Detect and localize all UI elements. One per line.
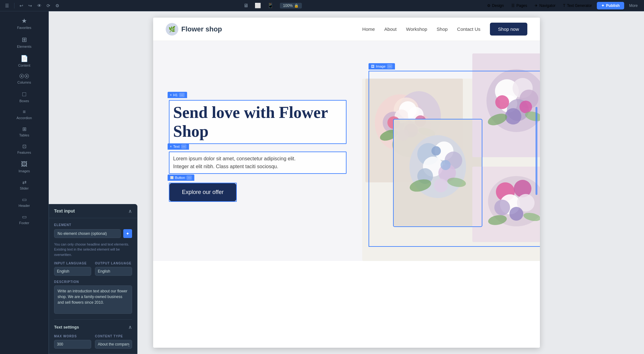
sidebar-item-columns[interactable]: ⦿⦿ Columns — [3, 71, 46, 87]
output-language-select[interactable]: English — [95, 267, 132, 276]
pages-button[interactable]: ☰ Pages — [509, 3, 530, 9]
sidebar-item-slider[interactable]: ⇄ Slider — [3, 177, 46, 193]
description-textarea[interactable]: Write an introduction text about our flo… — [54, 285, 132, 314]
element-section-label: ELEMENT — [54, 223, 132, 227]
sidebar-item-boxes[interactable]: □ Boxes — [3, 88, 46, 105]
more-button[interactable]: More — [627, 3, 640, 9]
h1-tag-icon: ≡ — [170, 93, 172, 97]
h1-selection-box[interactable]: Send love with Flower Shop — [169, 100, 347, 144]
elements-label: Elements — [17, 45, 31, 48]
tables-label: Tables — [19, 133, 29, 137]
accordion-label: Accordion — [17, 116, 32, 120]
text-selection-tag: ≡ Text ··· — [168, 143, 189, 150]
max-words-col: MAX WORDS — [54, 335, 91, 349]
sidebar-item-content[interactable]: 📄 Content — [3, 52, 46, 70]
settings-icon[interactable]: ⚙ — [54, 2, 61, 9]
features-icon: ⊡ — [22, 143, 26, 149]
element-description: You can only choose headline and text el… — [54, 242, 132, 257]
nav-shop[interactable]: Shop — [437, 26, 448, 32]
sidebar-item-footer[interactable]: ▭ Footer — [3, 211, 46, 227]
hamburger-icon[interactable]: ☰ — [4, 2, 10, 9]
toolbar-center: 🖥 ⬜ 📱 100% 🔒 — [63, 3, 482, 8]
eye-icon[interactable]: 👁 — [36, 2, 43, 9]
site-nav: 🌿 Flower shop Home About Workshop Shop C… — [153, 18, 540, 41]
boxes-icon: □ — [22, 91, 26, 98]
sidebar-item-favorites[interactable]: ★ Favorites — [3, 14, 46, 32]
output-lang-label: OUTPUT LANGUAGE — [95, 262, 132, 265]
publish-icon: ✦ — [601, 3, 604, 8]
site-nav-links: Home About Workshop Shop Contact Us — [362, 26, 480, 32]
hero-cta-button[interactable]: Explore our offer — [169, 183, 236, 201]
site-cta-button[interactable]: Shop now — [490, 23, 527, 36]
max-words-label: MAX WORDS — [54, 335, 91, 338]
button-tag-more-icon[interactable]: ··· — [186, 175, 192, 180]
text-wrapper: ≡ Text ··· Lorem ipsum dolor sit amet, c… — [169, 152, 347, 174]
text-tag-icon: ≡ — [170, 145, 172, 148]
text-tag-label: Text — [173, 145, 180, 148]
zoom-lock-icon: 🔒 — [294, 3, 299, 8]
logo-icon: 🌿 — [166, 23, 178, 36]
tables-icon: ⊞ — [22, 126, 26, 132]
input-language-col: INPUT LANGUAGE English — [54, 262, 91, 276]
publish-button[interactable]: ✦ Publish — [597, 2, 624, 9]
nav-about[interactable]: About — [384, 26, 397, 32]
undo-icon[interactable]: ↩ — [18, 2, 25, 9]
zoom-control[interactable]: 100% 🔒 — [280, 3, 302, 8]
settings-collapse-icon[interactable]: ∧ — [128, 324, 132, 330]
svg-point-26 — [434, 179, 448, 192]
redo-icon[interactable]: ↪ — [27, 2, 33, 9]
nav-home[interactable]: Home — [362, 26, 375, 32]
input-language-select[interactable]: English — [54, 267, 91, 276]
svg-point-40 — [505, 108, 521, 124]
text-settings-section: Text settings ∧ MAX WORDS CONTENT TYPE A… — [54, 319, 132, 349]
panel-title: Text input — [54, 208, 75, 213]
desktop-icon[interactable]: 🖥 — [243, 3, 248, 8]
text-tag-more-icon[interactable]: ··· — [181, 144, 186, 149]
nav-workshop[interactable]: Workshop — [406, 26, 427, 32]
max-words-input[interactable] — [54, 340, 91, 349]
panel-header: Text input ∧ — [49, 204, 137, 218]
element-select-row: No element chosen (optional) ✦ — [54, 229, 132, 238]
images-icon: 🖼 — [21, 161, 27, 168]
sidebar-item-header[interactable]: ▭ Header — [3, 194, 46, 210]
main-layout: ★ Favorites ⊞ Elements 📄 Content ⦿⦿ Colu… — [0, 11, 644, 354]
text-selection-box[interactable]: Lorem ipsum dolor sit amet, consectetur … — [169, 152, 347, 174]
element-select[interactable]: No element chosen (optional) — [54, 229, 121, 238]
hero-heading: Send love with Flower Shop — [173, 103, 342, 141]
content-icon: 📄 — [20, 55, 28, 62]
text-gen-icon: T — [563, 3, 565, 8]
sidebar-item-images[interactable]: 🖼 Images — [3, 158, 46, 175]
columns-icon: ⦿⦿ — [19, 74, 29, 79]
navigator-button[interactable]: ✈ Navigator — [532, 3, 558, 9]
slider-icon: ⇄ — [22, 179, 26, 185]
pages-icon: ☰ — [511, 3, 515, 8]
element-select-sparkle[interactable]: ✦ — [123, 229, 132, 238]
navigator-icon: ✈ — [535, 3, 538, 8]
hero-text: Lorem ipsum dolor sit amet, consectetur … — [173, 155, 299, 171]
content-type-select[interactable]: About the company — [95, 340, 132, 349]
content-type-col: CONTENT TYPE About the company — [95, 335, 132, 349]
button-selection-box[interactable]: Explore our offer — [169, 183, 237, 202]
text-generator-button[interactable]: T Text Generator — [561, 3, 595, 9]
design-icon: ⚙ — [487, 3, 491, 8]
website-preview: 🌿 Flower shop Home About Workshop Shop C… — [153, 18, 540, 348]
h1-tag-more-icon[interactable]: ··· — [179, 93, 185, 97]
tablet-icon[interactable]: ⬜ — [255, 3, 261, 8]
sidebar-item-accordion[interactable]: ≡ Accordion — [3, 107, 46, 122]
nav-contact[interactable]: Contact Us — [457, 26, 480, 32]
sidebar-item-elements[interactable]: ⊞ Elements — [3, 33, 46, 51]
h1-selection-tag: ≡ H1 ··· — [168, 92, 187, 98]
design-button[interactable]: ⚙ Design — [485, 3, 506, 9]
svg-point-28 — [441, 160, 451, 170]
canvas-scrollbar[interactable] — [536, 107, 537, 195]
panel-collapse-icon[interactable]: ∧ — [128, 208, 132, 214]
output-language-col: OUTPUT LANGUAGE English — [95, 262, 132, 276]
sidebar-item-features[interactable]: ⊡ Features — [3, 141, 46, 157]
settings-header: Text settings ∧ — [54, 324, 132, 330]
refresh-icon[interactable]: ⟳ — [45, 2, 52, 9]
h1-wrapper: ≡ H1 ··· Send love with Flower Shop — [169, 100, 347, 144]
mobile-icon[interactable]: 📱 — [267, 3, 274, 8]
sidebar-item-tables[interactable]: ⊞ Tables — [3, 124, 46, 140]
flower-images-svg — [362, 53, 540, 274]
button-wrapper: ⬜ Button ··· Explore our offer — [169, 183, 347, 202]
